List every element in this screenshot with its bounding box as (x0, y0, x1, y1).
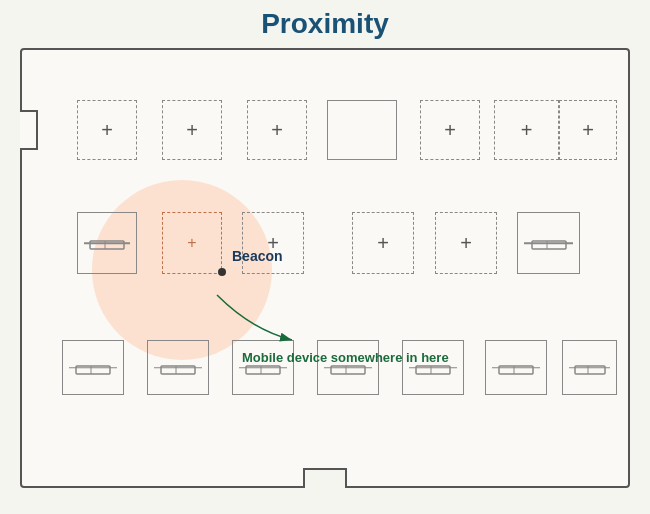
room-diagram: + + + + + + + + + + (20, 48, 630, 488)
desk-r2-3: + (352, 212, 414, 274)
desk-r3-7 (562, 340, 617, 395)
beacon-label: Beacon (232, 248, 283, 264)
desk-r1-3: + (247, 100, 307, 160)
drawer-icon-r3-7 (573, 361, 607, 375)
desk-r2-drawer-right (517, 212, 580, 274)
svg-rect-14 (499, 366, 533, 374)
svg-rect-12 (416, 366, 450, 374)
room-left-tab (20, 110, 38, 150)
svg-rect-2 (532, 241, 566, 249)
desk-r1-2: + (162, 100, 222, 160)
svg-rect-16 (575, 366, 605, 374)
desk-r1-1: + (77, 100, 137, 160)
svg-rect-4 (76, 366, 110, 374)
drawer-icon-r3-6 (497, 361, 535, 375)
drawer-icon-2 (530, 236, 568, 250)
desk-r2-2: + (242, 212, 304, 274)
desk-r2-drawer-left (77, 212, 137, 274)
desk-r2-4: + (435, 212, 497, 274)
drawer-icon-1 (88, 236, 126, 250)
desk-r3-5 (402, 340, 464, 395)
desk-r3-1 (62, 340, 124, 395)
desk-r1-plain (327, 100, 397, 160)
desk-r1-5: + (494, 100, 559, 160)
page-title: Proximity (261, 8, 389, 40)
svg-rect-0 (90, 241, 124, 249)
desk-r1-4: + (420, 100, 480, 160)
desk-r1-6: + (559, 100, 617, 160)
drawer-icon-r3-1 (74, 361, 112, 375)
desk-r3-6 (485, 340, 547, 395)
beacon-desk: + (162, 212, 222, 274)
mobile-device-label: Mobile device somewhere in here (242, 350, 449, 365)
